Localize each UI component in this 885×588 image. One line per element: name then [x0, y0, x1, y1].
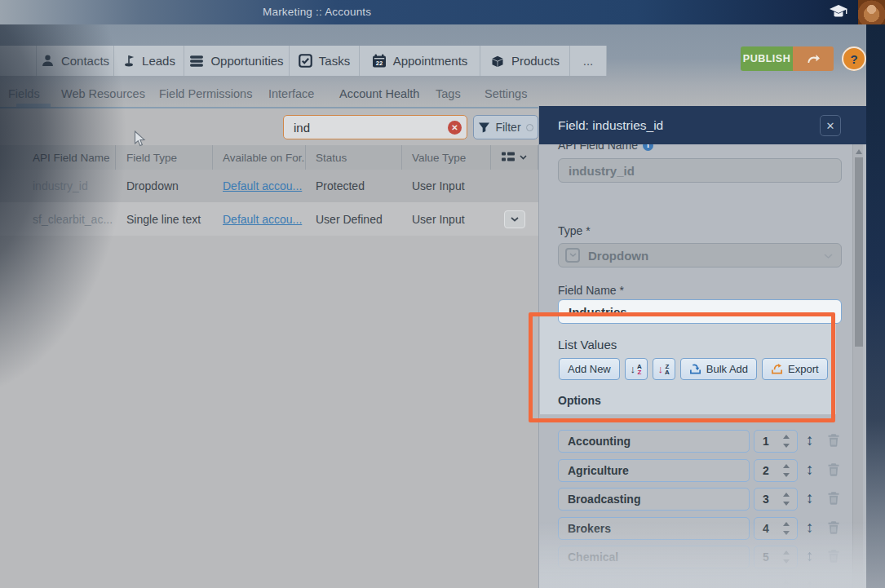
tab-tasks[interactable]: Tasks — [290, 46, 360, 76]
drag-handle-icon[interactable] — [806, 431, 814, 449]
tab-accounts-partial[interactable]: Accounts — [0, 46, 37, 76]
tab-contacts[interactable]: Contacts — [37, 46, 114, 76]
filter-label: Filter — [495, 121, 520, 134]
scrollbar-thumb[interactable] — [855, 157, 863, 347]
trash-icon[interactable] — [827, 433, 840, 450]
option-label-input[interactable] — [558, 430, 750, 453]
option-order-input[interactable]: 4 — [754, 517, 798, 540]
available-on-forms-link[interactable]: Default accou... — [223, 213, 302, 226]
header-region: Accounts Contacts Leads — [0, 24, 885, 108]
sort-descending-button[interactable]: Z A — [653, 358, 675, 380]
available-on-forms-link[interactable]: Default accou... — [223, 179, 302, 192]
type-select[interactable]: Dropdown — [558, 243, 842, 267]
subnav-item-account-health[interactable]: Account Health — [339, 86, 419, 102]
fields-table: API Field Name Field Type Available on F… — [0, 145, 538, 236]
svg-text:22: 22 — [375, 60, 382, 67]
subnav-item-tags[interactable]: Tags — [436, 86, 461, 102]
subnav-item-web-resources[interactable]: Web Resources — [61, 86, 145, 102]
app-screen: Marketing :: Accounts Accounts Contacts — [0, 0, 885, 588]
number-stepper[interactable] — [783, 464, 790, 477]
search-wrap — [283, 115, 467, 139]
trash-icon[interactable] — [827, 520, 840, 537]
columns-grid-icon — [502, 152, 517, 163]
number-stepper[interactable] — [783, 493, 790, 506]
column-header-status[interactable]: Status — [306, 145, 402, 170]
publish-group: PUBLISH ? — [741, 46, 866, 71]
trash-icon[interactable] — [827, 491, 840, 508]
option-order-input[interactable]: 2 — [754, 459, 798, 482]
table-row[interactable]: sf_clearbit_ac... Single line text Defau… — [0, 202, 538, 236]
row-actions-dropdown-button[interactable] — [504, 210, 525, 228]
subnav-divider — [0, 107, 538, 108]
field-name-input[interactable] — [558, 299, 842, 324]
leads-flag-icon — [122, 55, 135, 68]
number-stepper[interactable] — [783, 522, 790, 535]
option-row — [558, 575, 856, 588]
option-label-input[interactable] — [558, 546, 750, 568]
list-values-heading: List Values — [558, 338, 617, 351]
user-avatar[interactable] — [858, 0, 885, 24]
panel-header: Field: industries_id — [539, 106, 867, 144]
option-order-input[interactable]: 1 — [754, 430, 798, 453]
trash-icon[interactable] — [827, 549, 840, 566]
option-order-input[interactable] — [754, 575, 798, 588]
column-header-value-type[interactable]: Value Type — [402, 145, 491, 170]
drag-handle-icon[interactable] — [806, 577, 814, 588]
help-button[interactable]: ? — [842, 46, 866, 71]
option-order-input[interactable]: 5 — [754, 546, 798, 568]
export-button[interactable]: Export — [762, 358, 828, 380]
tab-more[interactable]: ... — [570, 46, 607, 76]
subnav-item-settings[interactable]: Settings — [485, 86, 527, 102]
option-label-input[interactable] — [558, 488, 750, 511]
drag-handle-icon[interactable] — [806, 489, 814, 507]
clear-search-icon[interactable] — [448, 121, 462, 135]
tab-leads[interactable]: Leads — [114, 46, 184, 76]
subnav-item-field-permissions[interactable]: Field Permissions — [159, 86, 252, 102]
table-header-row: API Field Name Field Type Available on F… — [0, 145, 538, 170]
number-stepper[interactable] — [783, 580, 790, 588]
subnav-item-interface[interactable]: Interface — [268, 86, 314, 102]
cell-value-type: User Input — [402, 179, 491, 192]
column-header-field-type[interactable]: Field Type — [116, 145, 213, 170]
dropdown-type-glyph-icon — [565, 248, 580, 263]
list-values-toolbar: Add New A Z Z A — [559, 358, 828, 380]
drag-handle-icon[interactable] — [806, 461, 814, 479]
column-header-available[interactable]: Available on For... — [213, 145, 306, 170]
funnel-icon — [478, 122, 490, 134]
drag-handle-icon[interactable] — [806, 519, 814, 537]
option-label-input[interactable] — [558, 517, 750, 540]
table-row[interactable]: industry_id Dropdown Default accou... Pr… — [0, 170, 538, 202]
chevron-down-icon — [511, 217, 519, 222]
option-label-input[interactable] — [558, 575, 750, 588]
column-header-api-field-name[interactable]: API Field Name — [0, 145, 116, 170]
scroll-up-arrow-icon[interactable] — [856, 149, 862, 154]
subnav-item-fields[interactable]: Fields — [8, 86, 40, 102]
api-field-name-input[interactable] — [558, 158, 842, 183]
bulk-add-button[interactable]: Bulk Add — [680, 358, 757, 380]
close-panel-button[interactable] — [820, 115, 841, 136]
number-stepper[interactable] — [783, 550, 790, 564]
publish-button[interactable]: PUBLISH — [741, 46, 793, 71]
column-config-button[interactable] — [491, 145, 538, 170]
search-input[interactable] — [283, 115, 467, 139]
graduation-cap-icon[interactable] — [829, 3, 848, 24]
add-new-button[interactable]: Add New — [559, 358, 620, 380]
panel-scrollbar[interactable] — [852, 144, 863, 588]
option-order-input[interactable]: 3 — [754, 488, 798, 511]
cell-status: Protected — [306, 179, 402, 192]
number-stepper[interactable] — [783, 435, 790, 448]
cell-status: User Defined — [306, 213, 402, 226]
tab-label: Products — [511, 54, 560, 68]
sort-down-arrow-icon — [658, 363, 664, 375]
undo-arrow-icon — [806, 53, 821, 64]
tab-opportunities[interactable]: Opportunities — [184, 46, 290, 76]
sort-ascending-button[interactable]: A Z — [625, 358, 648, 380]
trash-icon[interactable] — [827, 462, 840, 480]
filter-button[interactable]: Filter — [473, 115, 538, 139]
top-bar: Marketing :: Accounts — [0, 0, 885, 24]
drag-handle-icon[interactable] — [806, 547, 814, 565]
tab-products[interactable]: Products — [480, 46, 570, 76]
tab-appointments[interactable]: 22 Appointments — [360, 46, 480, 76]
option-label-input[interactable] — [558, 459, 750, 482]
undo-button[interactable] — [793, 46, 834, 71]
